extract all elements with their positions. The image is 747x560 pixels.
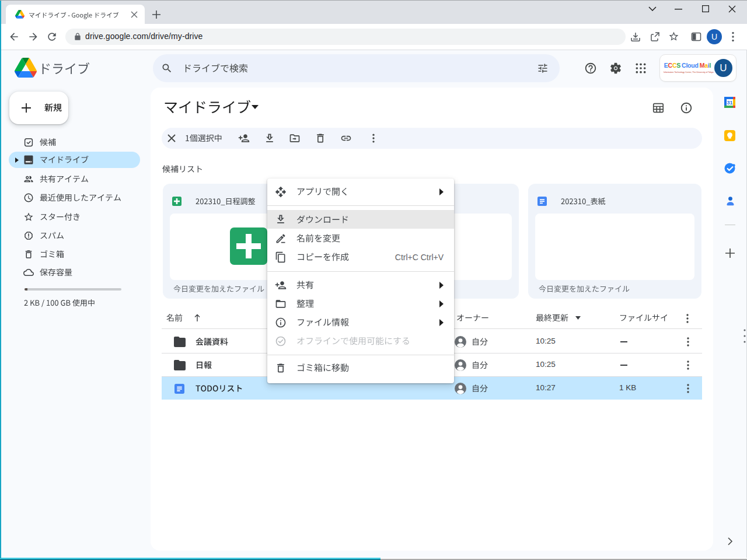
- svg-text:31: 31: [727, 100, 732, 106]
